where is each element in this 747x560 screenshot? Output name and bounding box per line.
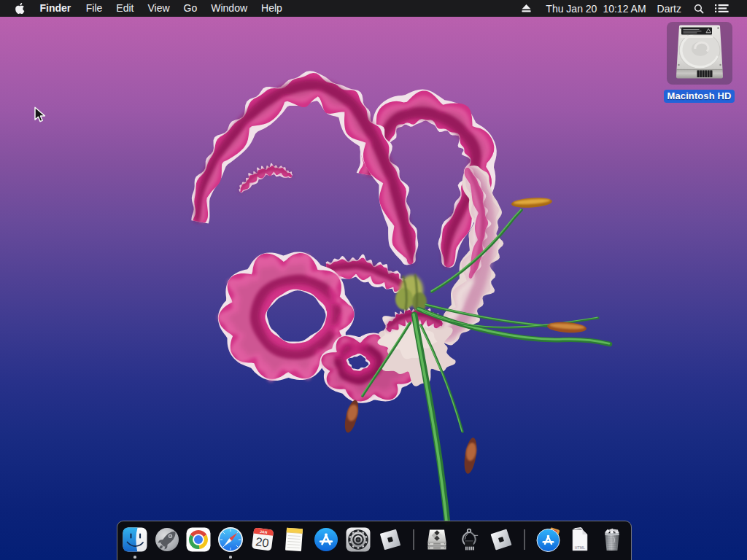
chrome-icon <box>185 526 212 553</box>
apple-menu[interactable] <box>0 3 32 14</box>
list-icon-glyph <box>715 4 729 12</box>
menu-bar-left: Finder File Edit View Go Window Help <box>0 0 289 17</box>
menu-file[interactable]: File <box>79 0 109 17</box>
menu-window[interactable]: Window <box>204 0 255 17</box>
html-file-icon: HTML <box>567 526 593 553</box>
desktop-wallpaper <box>0 0 747 560</box>
dock-divider-2 <box>524 529 525 550</box>
safari-icon <box>217 526 244 553</box>
svg-text:20: 20 <box>255 534 269 549</box>
dock: JAN 20 <box>117 521 632 560</box>
dock-roblox-studio[interactable] <box>488 526 514 553</box>
dock-system-preferences[interactable] <box>345 526 371 553</box>
menu-bar-date[interactable]: Thu Jan 20 <box>538 3 603 15</box>
macintosh-hd-label[interactable]: Macintosh HD <box>664 90 735 103</box>
dock-safari[interactable] <box>217 526 244 553</box>
menu-bar-status: Thu Jan 20 10:12 AM Dartz <box>515 0 747 17</box>
trash-full-icon <box>599 526 625 553</box>
calendar-icon: JAN 20 <box>249 526 276 553</box>
user-switch-list-icon[interactable] <box>710 4 729 12</box>
launchpad-icon <box>154 526 180 553</box>
mouse-cursor-arrow <box>34 106 46 124</box>
menu-finder[interactable]: Finder <box>32 0 80 17</box>
menu-help[interactable]: Help <box>255 0 290 17</box>
svg-text:HTML: HTML <box>575 545 586 550</box>
spotlight-search-icon[interactable] <box>687 4 710 14</box>
menu-bar-clock[interactable]: 10:12 AM <box>603 3 651 15</box>
applications-stack-icon <box>535 526 562 553</box>
roblox-studio-icon <box>488 526 514 553</box>
safari-running-dot <box>229 556 231 558</box>
dock-calendar[interactable]: JAN 20 <box>249 526 276 553</box>
finder-running-dot <box>133 556 136 558</box>
notes-icon <box>281 526 307 553</box>
macintosh-hd-desktop-icon[interactable] <box>667 22 732 85</box>
macos-desktop: Finder File Edit View Go Window Help Thu… <box>0 0 747 560</box>
dock-disk-drive[interactable] <box>424 526 450 553</box>
menu-edit[interactable]: Edit <box>109 0 141 17</box>
dock-chip-tool[interactable] <box>456 526 482 553</box>
menu-bar-user[interactable]: Dartz <box>652 3 687 15</box>
dock-chrome[interactable] <box>185 526 212 553</box>
finder-icon <box>122 526 148 553</box>
hard-drive-icon <box>673 24 727 81</box>
dock-html-file[interactable]: HTML <box>567 526 593 553</box>
search-icon-glyph <box>694 4 704 14</box>
roblox-icon <box>377 526 403 553</box>
eject-icon-glyph <box>521 4 532 13</box>
dock-divider-1 <box>413 529 414 550</box>
chip-extractor-icon <box>456 526 482 553</box>
dock-launchpad[interactable] <box>154 526 180 553</box>
dock-finder[interactable] <box>122 526 148 553</box>
dock-applications-folder[interactable] <box>535 526 562 553</box>
dock-roblox[interactable] <box>377 526 403 553</box>
disk-drive-icon <box>424 526 450 553</box>
apple-logo-icon <box>15 3 25 14</box>
dock-app-store[interactable] <box>313 526 339 553</box>
eject-icon[interactable] <box>515 4 538 13</box>
app-store-icon <box>313 526 339 553</box>
dock-trash[interactable] <box>599 526 625 553</box>
menu-go[interactable]: Go <box>177 0 204 17</box>
dock-notes[interactable] <box>281 526 307 553</box>
menu-bar: Finder File Edit View Go Window Help Thu… <box>0 0 747 17</box>
system-preferences-icon <box>345 526 371 553</box>
svg-text:JAN: JAN <box>260 529 268 534</box>
menu-view[interactable]: View <box>141 0 177 17</box>
